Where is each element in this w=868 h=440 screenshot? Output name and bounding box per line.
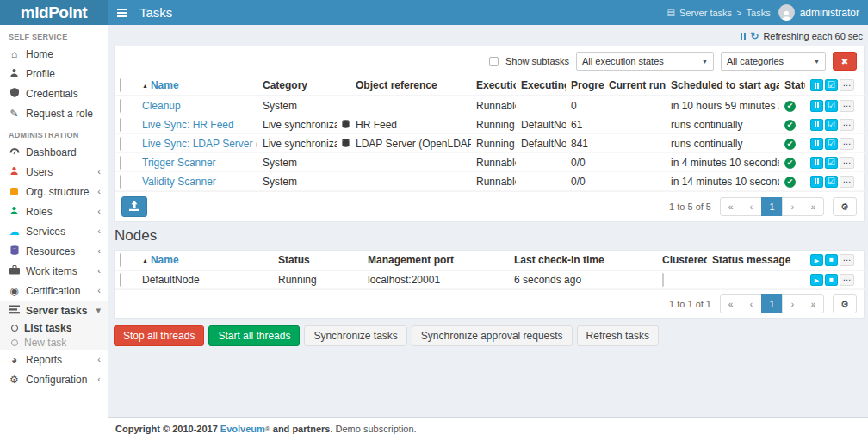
first-page-button[interactable]: « <box>720 294 741 313</box>
suspend-task-button[interactable] <box>810 100 823 112</box>
resume-task-button[interactable]: ☑ <box>825 138 838 150</box>
nodes-title: Nodes <box>115 227 865 245</box>
paging-settings-button[interactable]: ⚙ <box>833 294 857 313</box>
sidebar-item-credentials[interactable]: Credentials <box>0 84 108 103</box>
sidebar-item-org-structure[interactable]: Org. structure ‹ <box>0 182 108 201</box>
sidebar-item-server-tasks[interactable]: Server tasks ▾ <box>0 301 108 320</box>
task-name-link[interactable]: Validity Scanner <box>142 176 216 188</box>
breadcrumb-root[interactable]: Server tasks <box>679 8 732 18</box>
start-scheduler-button[interactable]: ▶ <box>810 274 823 286</box>
sort-by-name[interactable]: ▲Name <box>142 254 179 266</box>
select-all-checkbox[interactable] <box>120 253 121 267</box>
task-name-link[interactable]: Live Sync: LDAP Server (OpenLDAP) <box>142 138 257 150</box>
next-page-button[interactable]: › <box>782 294 803 313</box>
ellipsis-icon: … <box>843 276 852 280</box>
row-checkbox[interactable] <box>120 156 121 170</box>
sidebar-item-work-items[interactable]: Work items ‹ <box>0 261 108 281</box>
more-actions-button[interactable]: … <box>840 176 854 188</box>
sort-by-name[interactable]: ▲Name <box>142 79 179 91</box>
row-checkbox[interactable] <box>120 273 121 287</box>
resume-task-button[interactable]: ☑ <box>825 157 838 169</box>
prev-page-button[interactable]: ‹ <box>741 294 762 313</box>
gear-icon: ⚙ <box>9 375 20 385</box>
pause-refresh-icon[interactable] <box>741 33 747 40</box>
sidebar-item-configuration[interactable]: ⚙ Configuration ‹ <box>0 369 108 389</box>
user-icon <box>9 68 20 79</box>
start-all-threads-button[interactable]: Start all threads <box>208 325 300 346</box>
sort-caret-icon: ▲ <box>142 83 148 89</box>
row-checkbox[interactable] <box>120 137 121 151</box>
last-page-button[interactable]: » <box>803 197 824 216</box>
row-checkbox[interactable] <box>120 118 121 132</box>
users-icon <box>9 166 20 177</box>
stop-all-threads-button[interactable]: Stop all threads <box>114 325 204 346</box>
sidebar-item-home[interactable]: ⌂ Home <box>0 44 108 64</box>
circle-o-icon <box>11 339 18 346</box>
gear-icon: ⚙ <box>840 299 849 310</box>
execution-states-select[interactable]: All execution states ▼ <box>576 52 714 71</box>
last-page-button[interactable]: » <box>803 294 824 313</box>
clear-filter-button[interactable]: ✖ <box>833 52 857 71</box>
synchronize-approval-requests-button[interactable]: Synchronize approval requests <box>412 325 573 346</box>
sidebar-item-list-tasks[interactable]: List tasks <box>0 320 108 335</box>
sidebar-item-profile[interactable]: Profile <box>0 64 108 84</box>
import-tasks-button[interactable] <box>121 196 147 217</box>
suspend-tasks-button[interactable] <box>810 79 823 91</box>
sidebar-item-services[interactable]: ☁ Services ‹ <box>0 221 108 241</box>
start-scheduler-button[interactable]: ▶ <box>810 254 823 266</box>
col-current-run-time: Current run time <box>604 76 666 96</box>
page-1-button[interactable]: 1 <box>761 197 783 216</box>
resume-task-button[interactable]: ☑ <box>825 119 838 131</box>
sidebar-toggle-icon[interactable] <box>117 9 127 17</box>
resume-task-button[interactable]: ☑ <box>825 176 838 188</box>
more-actions-button[interactable]: … <box>840 274 854 286</box>
evolveum-link[interactable]: Evolveum <box>220 424 265 434</box>
row-checkbox[interactable] <box>120 175 121 189</box>
paging-settings-button[interactable]: ⚙ <box>833 197 857 216</box>
prev-page-button[interactable]: ‹ <box>741 197 762 216</box>
resume-tasks-button[interactable]: ☑ <box>825 79 838 91</box>
sidebar-item-reports[interactable]: ◕ Reports ‹ <box>0 350 108 369</box>
task-name-link[interactable]: Trigger Scanner <box>142 157 216 169</box>
stop-scheduler-button[interactable]: ■ <box>825 274 838 286</box>
more-actions-button[interactable]: … <box>840 79 854 91</box>
sidebar-item-resources[interactable]: Resources ‹ <box>0 241 108 261</box>
refresh-icon[interactable]: ↻ <box>750 31 759 41</box>
more-actions-button[interactable]: … <box>840 157 854 169</box>
chevron-left-icon: ‹ <box>97 187 101 196</box>
suspend-task-button[interactable] <box>810 157 823 169</box>
status-ok-icon: ✔ <box>784 120 796 131</box>
resume-task-button[interactable]: ☑ <box>825 100 838 112</box>
more-actions-button[interactable]: … <box>840 138 854 150</box>
refresh-tasks-button[interactable]: Refresh tasks <box>577 325 659 346</box>
categories-select[interactable]: All categories ▼ <box>721 52 826 71</box>
user-menu[interactable]: administrator <box>778 4 859 21</box>
select-all-checkbox[interactable] <box>120 78 121 92</box>
suspend-task-button[interactable] <box>810 138 823 150</box>
tasks-pagination: 1 to 5 of 5 « ‹ 1 › » ⚙ <box>669 197 857 216</box>
show-subtasks-checkbox[interactable] <box>489 57 499 66</box>
sidebar-item-new-task[interactable]: New task <box>0 335 108 350</box>
sidebar-item-roles[interactable]: Roles ‹ <box>0 201 108 221</box>
sidebar-item-users[interactable]: Users ‹ <box>0 162 108 182</box>
stop-scheduler-button[interactable]: ■ <box>825 254 838 266</box>
more-actions-button[interactable]: … <box>840 100 854 112</box>
suspend-task-button[interactable] <box>810 119 823 131</box>
sidebar-item-certification[interactable]: ◉ Certification ‹ <box>0 281 108 301</box>
task-name-link[interactable]: Cleanup <box>142 100 181 112</box>
pause-icon <box>815 102 819 108</box>
row-checkbox[interactable] <box>120 99 121 113</box>
suspend-task-button[interactable] <box>810 176 823 188</box>
first-page-button[interactable]: « <box>720 197 741 216</box>
ellipsis-icon: … <box>843 140 852 144</box>
synchronize-tasks-button[interactable]: Synchronize tasks <box>304 325 406 346</box>
next-page-button[interactable]: › <box>782 197 803 216</box>
more-actions-button[interactable]: … <box>840 254 854 266</box>
sidebar-item-dashboard[interactable]: Dashboard <box>0 142 108 162</box>
upload-icon <box>129 201 140 214</box>
midpoint-logo[interactable]: midPoint <box>0 0 108 25</box>
task-name-link[interactable]: Live Sync: HR Feed <box>142 119 234 131</box>
more-actions-button[interactable]: … <box>840 119 854 131</box>
page-1-button[interactable]: 1 <box>761 294 783 313</box>
sidebar-item-request-a-role[interactable]: ✎ Request a role <box>0 103 108 123</box>
